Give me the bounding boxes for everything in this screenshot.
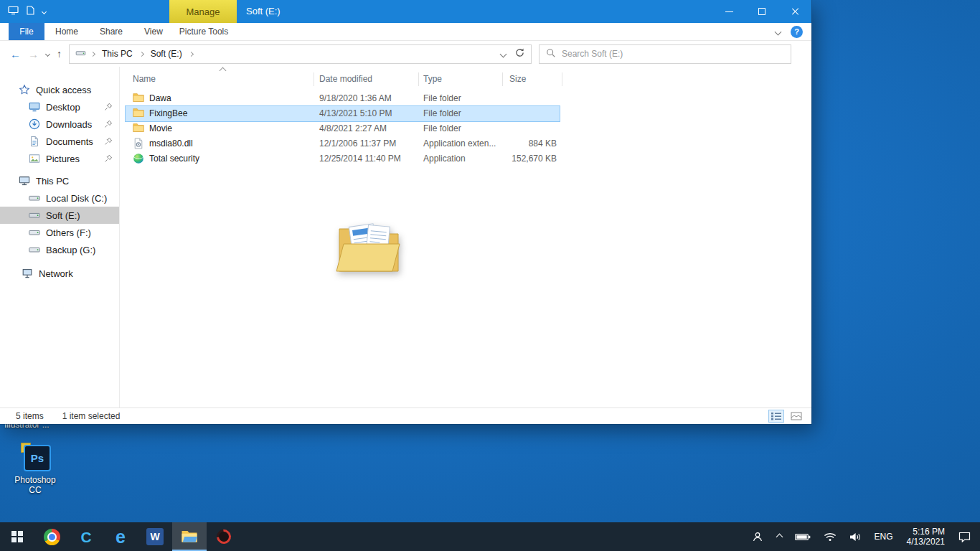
system-tray: ENG 5:16 PM 4/13/2021 [745,522,980,551]
file-date: 9/18/2020 1:36 AM [319,91,392,106]
file-name: msdia80.dll [149,136,193,151]
column-header-name[interactable]: Name [133,74,156,84]
breadcrumb-this-pc[interactable]: This PC [100,49,135,59]
documents-icon [29,136,41,148]
up-button[interactable]: ↑ [57,49,62,59]
volume-icon[interactable] [843,522,868,551]
sidebar-item-downloads[interactable]: Downloads [0,116,119,133]
column-divider[interactable] [418,72,419,86]
show-hidden-icons-button[interactable] [771,522,788,551]
sidebar-label: Backup (G:) [46,245,95,255]
taskbar-app-red-button[interactable] [207,522,241,551]
file-row-msdia80[interactable]: msdia80.dll 12/1/2006 11:37 PM Applicati… [126,136,560,151]
file-name: Dawa [149,91,171,106]
action-center-button[interactable] [952,522,977,551]
search-icon [546,48,556,60]
address-dropdown-chevron-icon[interactable] [500,50,507,57]
tab-home[interactable]: Home [44,23,89,40]
taskbar-app-c-button[interactable]: C [69,522,103,551]
file-row-movie[interactable]: Movie 4/8/2021 2:27 AM File folder [126,121,560,136]
pin-icon[interactable] [104,154,113,163]
application-globe-icon [133,153,144,164]
close-button[interactable] [778,0,811,23]
sidebar-item-soft-e[interactable]: Soft (E:) [0,207,119,224]
column-divider[interactable] [502,72,503,86]
file-date: 12/25/2014 11:40 PM [319,151,401,166]
chevron-right-icon[interactable] [90,51,95,56]
sidebar-item-desktop[interactable]: Desktop [0,98,119,116]
drive-icon [29,244,41,256]
explorer-app-icon[interactable] [8,6,19,17]
taskbar-edge-button[interactable]: e [103,522,138,551]
battery-icon[interactable] [788,522,817,551]
chevron-right-icon[interactable] [189,51,194,56]
taskbar-chrome-button[interactable] [34,522,69,551]
column-divider[interactable] [562,72,562,86]
sidebar-item-local-disk-c[interactable]: Local Disk (C:) [0,189,119,207]
manage-contextual-tab[interactable]: Manage [169,0,237,23]
tab-picture-tools[interactable]: Picture Tools [171,23,237,40]
file-row-total-security[interactable]: Total security 12/25/2014 11:40 PM Appli… [126,151,560,166]
window-controls [712,0,811,23]
date: 4/13/2021 [907,537,945,547]
drive-icon [29,192,41,204]
navigation-pane: Quick access Desktop Downloads Documents… [0,67,120,408]
sidebar-item-others-f[interactable]: Others (F:) [0,224,119,241]
photoshop-icon-label: Photoshop CC [7,475,63,495]
taskbar-word-button[interactable]: W [138,522,172,551]
refresh-icon[interactable] [514,47,525,60]
address-bar[interactable]: This PC Soft (E:) [69,44,532,64]
close-icon [791,7,799,16]
forward-button[interactable]: → [28,49,39,60]
pin-icon[interactable] [104,120,113,128]
chrome-icon [44,529,60,545]
sidebar-item-this-pc[interactable]: This PC [0,172,119,189]
wifi-icon[interactable] [817,522,843,551]
column-headers: Name Date modified Type Size [120,71,811,88]
pin-icon[interactable] [104,103,113,111]
sidebar-item-backup-g[interactable]: Backup (G:) [0,241,119,258]
word-icon: W [146,528,164,545]
breadcrumb-current[interactable]: Soft (E:) [149,49,184,59]
people-button[interactable] [745,522,771,551]
downloads-icon [29,118,41,131]
tab-file[interactable]: File [9,23,44,40]
search-input[interactable] [562,49,784,59]
file-row-dawa[interactable]: Dawa 9/18/2020 1:36 AM File folder [126,91,560,106]
file-row-fixingbee[interactable]: FixingBee 4/13/2021 5:10 PM File folder [126,106,560,121]
sidebar-item-pictures[interactable]: Pictures [0,150,119,167]
maximize-button[interactable] [745,0,778,23]
taskbar: C e W ENG 5:16 PM 4/13/2021 [0,522,980,551]
tab-share[interactable]: Share [89,23,133,40]
expand-ribbon-chevron-icon[interactable] [775,28,782,35]
photoshop-ps-glyph: Ps [24,445,51,471]
column-header-date-modified[interactable]: Date modified [319,74,372,84]
photoshop-icon[interactable]: Ps [19,442,52,473]
recent-locations-chevron-icon[interactable] [45,51,50,56]
details-view-button[interactable] [768,410,784,423]
search-box[interactable] [539,44,791,64]
status-bar: 5 items 1 item selected [0,408,811,424]
drive-icon [29,227,41,239]
minimize-button[interactable] [712,0,745,23]
back-button[interactable]: ← [10,49,21,60]
column-header-size[interactable]: Size [509,74,526,84]
thumbnails-view-button[interactable] [788,410,804,423]
column-header-type[interactable]: Type [423,74,442,84]
chevron-right-icon[interactable] [139,51,144,56]
sidebar-item-documents[interactable]: Documents [0,133,119,150]
clock[interactable]: 5:16 PM 4/13/2021 [900,527,952,547]
sidebar-item-quick-access[interactable]: Quick access [0,81,119,98]
qat-customize-chevron-icon[interactable] [42,9,47,14]
qat-properties-icon[interactable] [27,6,34,17]
taskbar-file-explorer-button[interactable] [172,522,207,551]
column-divider[interactable] [314,72,314,86]
language-indicator[interactable]: ENG [868,522,900,551]
file-type: File folder [423,91,508,106]
help-icon[interactable]: ? [791,26,803,38]
desktop-icon-photoshop[interactable]: Ps Photoshop CC [7,442,63,495]
tab-view[interactable]: View [133,23,174,40]
sidebar-item-network[interactable]: Network [0,265,119,282]
pin-icon[interactable] [104,137,113,146]
start-button[interactable] [0,522,34,551]
